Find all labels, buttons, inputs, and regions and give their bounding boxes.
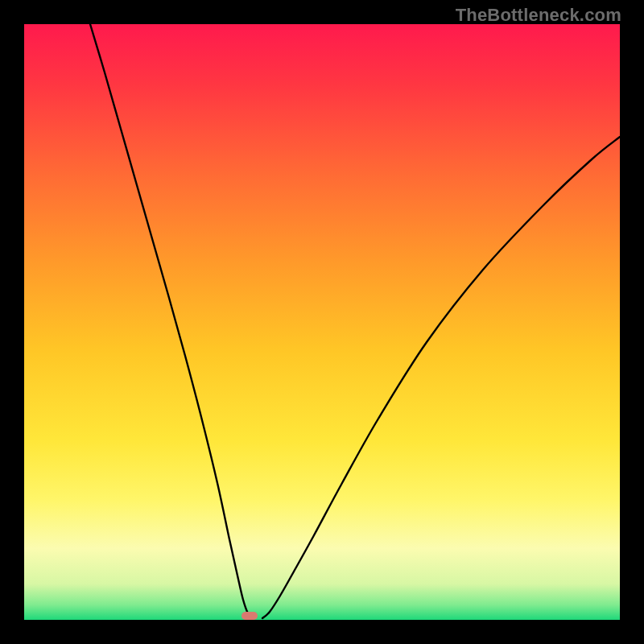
plot-area — [24, 24, 620, 620]
curve-layer — [24, 24, 620, 620]
curve-right-branch — [262, 137, 620, 618]
watermark-text: TheBottleneck.com — [456, 5, 621, 26]
minimum-marker — [242, 612, 258, 620]
outer-frame: TheBottleneck.com — [0, 0, 644, 644]
curve-left-branch — [90, 24, 252, 618]
